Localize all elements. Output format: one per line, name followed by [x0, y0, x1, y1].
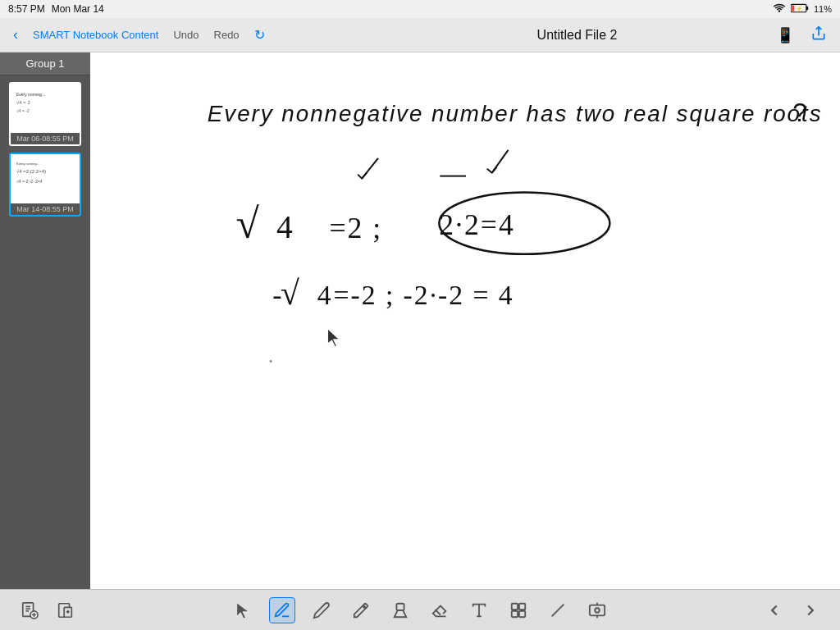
text-tool[interactable]	[466, 597, 492, 623]
svg-text:4: 4	[317, 280, 331, 310]
redo-nav-button[interactable]	[797, 597, 824, 623]
canvas-area: Every nonnegative number has two real sq…	[90, 52, 840, 589]
svg-rect-51	[590, 605, 605, 615]
svg-rect-46	[512, 603, 518, 609]
page-thumbnail-2[interactable]: Every nonneg... √4 =2;(2·2=4) √4 =-2;-2·…	[9, 153, 81, 217]
status-date: Mon Mar 14	[52, 3, 104, 15]
pen-tool[interactable]	[269, 597, 295, 623]
document-title: Untitled File 2	[537, 28, 618, 42]
page1-date: Mar 06-08:55 PM	[11, 133, 80, 144]
svg-rect-49	[519, 610, 525, 616]
svg-rect-47	[519, 603, 525, 609]
svg-rect-48	[512, 610, 518, 616]
svg-rect-14	[94, 52, 837, 589]
svg-point-0	[778, 10, 780, 11]
refresh-button[interactable]: ↻	[249, 24, 270, 46]
svg-text:⚡: ⚡	[795, 5, 802, 12]
status-time: 8:57 PM	[8, 3, 45, 15]
bottom-toolbar	[0, 589, 840, 630]
svg-text:√4 = 2: √4 = 2	[16, 100, 30, 105]
svg-text:√: √	[236, 200, 260, 247]
battery-percent: 11%	[814, 4, 832, 14]
svg-rect-2	[806, 7, 808, 11]
status-bar: 8:57 PM Mon Mar 14 ⚡ 11%	[0, 0, 840, 18]
svg-text:√4 =-2;-2·-2=4: √4 =-2;-2·-2=4	[16, 179, 43, 184]
device-icon[interactable]: 📱	[771, 23, 799, 48]
share-button[interactable]	[806, 22, 832, 48]
svg-text:√: √	[281, 274, 299, 312]
import-button[interactable]	[52, 597, 79, 623]
page-thumbnail-1[interactable]: Every nonneg... √4 = 2 √4 = -2 Mar 06-08…	[9, 82, 81, 146]
add-page-button[interactable]	[16, 597, 43, 623]
svg-text:-: -	[272, 280, 281, 310]
wifi-icon	[773, 3, 786, 15]
page2-date: Mar 14-08:55 PM	[11, 203, 80, 215]
line-tool[interactable]	[545, 597, 571, 623]
pencil-tool[interactable]	[308, 597, 335, 623]
svg-text:2·2=4: 2·2=4	[439, 208, 514, 241]
svg-marker-42	[237, 602, 249, 618]
main-text: Every nonnegative number has two real sq…	[208, 98, 823, 127]
marker-tool[interactable]	[348, 597, 374, 623]
svg-line-50	[552, 604, 564, 616]
group-label: Group 1	[0, 52, 90, 75]
main-toolbar: ‹ SMART Notebook Content Undo Redo ↻ Unt…	[0, 18, 840, 52]
undo-nav-button[interactable]	[761, 597, 788, 623]
eraser-tool[interactable]	[427, 597, 453, 623]
redo-button[interactable]: Redo	[209, 25, 244, 44]
svg-text:Every nonneg...: Every nonneg...	[16, 162, 39, 166]
app-name-button[interactable]: SMART Notebook Content	[28, 25, 163, 44]
cursor-tool[interactable]	[230, 597, 256, 623]
svg-text:?: ?	[792, 98, 807, 127]
svg-text:4: 4	[276, 209, 293, 245]
svg-point-52	[595, 608, 600, 613]
screen-capture-tool[interactable]	[584, 597, 610, 623]
svg-point-30	[270, 360, 272, 363]
svg-text:Every nonnegative number has t: Every nonnegative number has two real sq…	[208, 101, 823, 126]
undo-button[interactable]: Undo	[168, 25, 203, 44]
shapes-tool[interactable]	[505, 597, 532, 623]
battery-icon: ⚡	[791, 3, 809, 15]
svg-text:=2 ;: =2 ;	[330, 212, 383, 244]
svg-text:√4 = -2: √4 = -2	[16, 108, 30, 113]
svg-rect-3	[792, 5, 794, 11]
svg-rect-43	[396, 603, 404, 609]
svg-text:=-2 ; -2·-2 = 4: =-2 ; -2·-2 = 4	[333, 280, 514, 310]
sidebar: Group 1 Every nonneg... √4 = 2 √4 = -2 M…	[0, 52, 90, 589]
highlighter-tool[interactable]	[387, 597, 413, 623]
svg-text:√4 =2;(2·2=4): √4 =2;(2·2=4)	[16, 169, 46, 174]
svg-text:Every nonneg...: Every nonneg...	[16, 92, 45, 97]
back-button[interactable]: ‹	[8, 23, 23, 47]
